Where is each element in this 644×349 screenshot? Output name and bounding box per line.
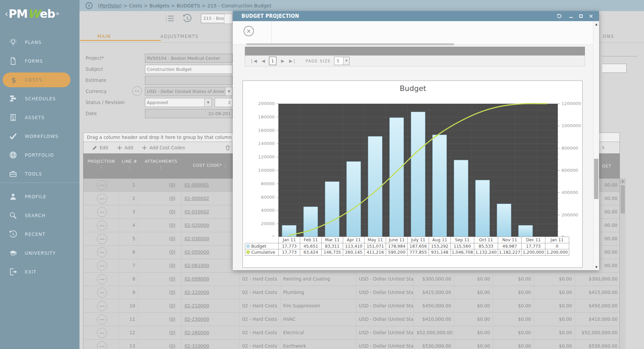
table-row[interactable]: 10(0)02-21000002 - Hard CostsFire Suppre…	[83, 299, 620, 313]
cell-attachments[interactable]: (0)	[138, 286, 178, 299]
cell-code[interactable]: 02-230000	[181, 313, 239, 326]
cell-attachments[interactable]: (0)	[138, 272, 178, 286]
revision-field[interactable]: 2	[215, 98, 233, 107]
minimize-icon[interactable]	[567, 11, 575, 21]
sidebar-item-workflows[interactable]: WORKFLOWS	[0, 129, 79, 144]
numbered-list-icon[interactable]: 123	[165, 14, 174, 23]
cell-code[interactable]: 02-210000	[181, 299, 239, 313]
table-row[interactable]: 13(0)02-31000002 - Hard CostsEarthworkUS…	[83, 340, 620, 349]
chevron-down-icon[interactable]: ▼	[204, 98, 212, 107]
breadcrumb-portfolio-link[interactable]: (Portfolio)	[98, 3, 122, 8]
column-header-projection[interactable]: PROJECTION⋮	[81, 159, 121, 170]
column-header-cost-code-[interactable]: COST CODE* ⋮	[182, 163, 239, 168]
sidebar-item-portfolio[interactable]: PORTFOLIO	[0, 148, 79, 162]
sidebar-item-forms[interactable]: FORMS	[0, 54, 79, 68]
table-row[interactable]: 9(0)02-22000002 - Hard CostsPlumbingUSD …	[83, 286, 620, 299]
close-icon[interactable]: ✕	[587, 11, 595, 21]
row-menu-button[interactable]	[97, 234, 107, 244]
prev-page-icon[interactable]: ◀	[262, 58, 265, 63]
row-menu-button[interactable]	[97, 314, 107, 325]
modal-titlebar[interactable]: BUDGET PROJECTION ✕	[233, 11, 599, 21]
sidebar-item-plans[interactable]: PLANS	[0, 35, 79, 50]
cell-code[interactable]: 02-030000	[181, 232, 239, 246]
tab-partial-right[interactable]: ONS	[603, 34, 614, 39]
cell-attachments[interactable]: (0)	[138, 313, 178, 326]
grid-scrollbar[interactable]: ▲	[620, 179, 626, 349]
sidebar-item-profile[interactable]: PROFILE	[0, 189, 79, 204]
sidebar-item-search[interactable]: SEARCH	[0, 208, 79, 223]
row-menu-button[interactable]	[97, 247, 107, 257]
cell-attachments[interactable]: (0)	[138, 326, 178, 340]
scrollbar-thumb[interactable]	[594, 159, 598, 199]
first-page-icon[interactable]: ❘◀	[250, 58, 257, 63]
row-menu-button[interactable]	[97, 180, 107, 190]
scroll-up-icon[interactable]: ▲	[593, 21, 599, 27]
chevron-down-icon[interactable]: ▼	[225, 87, 232, 96]
next-page-icon[interactable]: ▶	[281, 58, 284, 63]
sidebar-item-university[interactable]: UNIVERSITY	[0, 246, 79, 260]
history-icon[interactable]	[182, 13, 192, 23]
refresh-icon[interactable]	[555, 11, 564, 21]
add-cost-codes-button[interactable]: Add Cost Codes	[142, 145, 185, 150]
row-menu-button[interactable]	[97, 288, 107, 298]
column-menu-icon[interactable]: ⋮	[223, 163, 228, 168]
row-menu-button[interactable]	[97, 261, 107, 271]
cell-attachments[interactable]: (0)	[138, 246, 178, 259]
column-menu-icon[interactable]: ⋮	[116, 165, 143, 170]
sidebar-item-recent[interactable]: RECENT	[0, 227, 79, 242]
modal-scrollbar[interactable]: ▲ ▼	[593, 21, 599, 270]
column-menu-icon[interactable]: ⋮	[81, 165, 121, 170]
cell-code[interactable]: 02-020000	[181, 219, 239, 232]
scroll-down-icon[interactable]: ▼	[593, 264, 599, 270]
currency-field[interactable]: USD - Dollar (United States of America) …	[145, 87, 233, 96]
sidebar-item-schedules[interactable]: SCHEDULES	[0, 91, 79, 106]
page-size-select[interactable]: 5 ▼	[334, 57, 350, 65]
row-menu-button[interactable]	[97, 328, 107, 338]
status-dropdown[interactable]: Approved ▼	[145, 98, 212, 107]
column-menu-icon[interactable]: ⋮	[139, 165, 183, 170]
table-row[interactable]: 11(0)02-23000002 - Hard CostsHVACUSD - D…	[83, 313, 620, 326]
cell-attachments[interactable]: (0)	[138, 259, 178, 272]
modal-horizontal-scrollbar[interactable]	[246, 43, 454, 45]
column-header-line-#[interactable]: LINE #⋮	[116, 159, 143, 170]
tab-adjustments[interactable]: ADJUSTMENTS	[160, 34, 199, 39]
row-menu-button[interactable]	[97, 207, 107, 217]
row-menu-button[interactable]	[97, 220, 107, 231]
maximize-icon[interactable]	[577, 11, 585, 21]
cell-code[interactable]: 02-050000	[181, 246, 239, 259]
cell-code[interactable]: 02-061000	[181, 259, 239, 272]
edit-button[interactable]: Edit	[92, 145, 108, 150]
sidebar-item-exit[interactable]: EXIT	[0, 264, 79, 279]
info-icon[interactable]: i	[86, 2, 93, 9]
subject-field[interactable]: Construction Budget	[145, 65, 233, 74]
sidebar-item-assets[interactable]: ASSETS	[0, 110, 79, 125]
row-menu-button[interactable]	[97, 341, 107, 349]
cell-attachments[interactable]: (0)	[138, 205, 178, 219]
project-field[interactable]: RVS0104 - Boston Medical Center	[145, 54, 233, 63]
estimate-field[interactable]	[145, 76, 233, 85]
cell-code[interactable]: 02-220000	[181, 286, 239, 299]
pmweb-logo[interactable]: ‹PMWeb®	[0, 0, 79, 28]
sidebar-item-costs[interactable]: $COSTS	[3, 72, 70, 87]
currency-lookup-button[interactable]	[132, 86, 142, 96]
scroll-up-icon[interactable]: ▲	[620, 179, 626, 184]
column-header-attachments[interactable]: ATTACHMENTS⋮	[139, 159, 183, 170]
cell-attachments[interactable]: (0)	[138, 192, 178, 205]
add-button[interactable]: Add	[117, 145, 133, 150]
cell-attachments[interactable]: (0)	[138, 299, 178, 313]
cell-code[interactable]: 02-010002	[181, 205, 239, 219]
table-row[interactable]: 12(0)02-26000002 - Hard CostsElectricalU…	[83, 326, 620, 340]
row-menu-button[interactable]	[97, 301, 107, 311]
cell-code[interactable]: 02-260000	[181, 326, 239, 340]
row-menu-button[interactable]	[97, 274, 107, 284]
close-circle-icon[interactable]: ✕	[244, 26, 254, 36]
page-number-input[interactable]: 1	[269, 57, 276, 65]
row-menu-button[interactable]	[97, 194, 107, 204]
chevron-down-icon[interactable]: ▼	[343, 57, 349, 65]
cell-code[interactable]: 02-310000	[181, 340, 239, 349]
last-page-icon[interactable]: ▶❘	[289, 58, 296, 63]
cell-attachments[interactable]: (0)	[138, 219, 178, 232]
date-field[interactable]: 22-09-201	[145, 109, 233, 118]
cell-code[interactable]: 01-000002	[181, 192, 239, 205]
cell-attachments[interactable]: (0)	[138, 232, 178, 246]
